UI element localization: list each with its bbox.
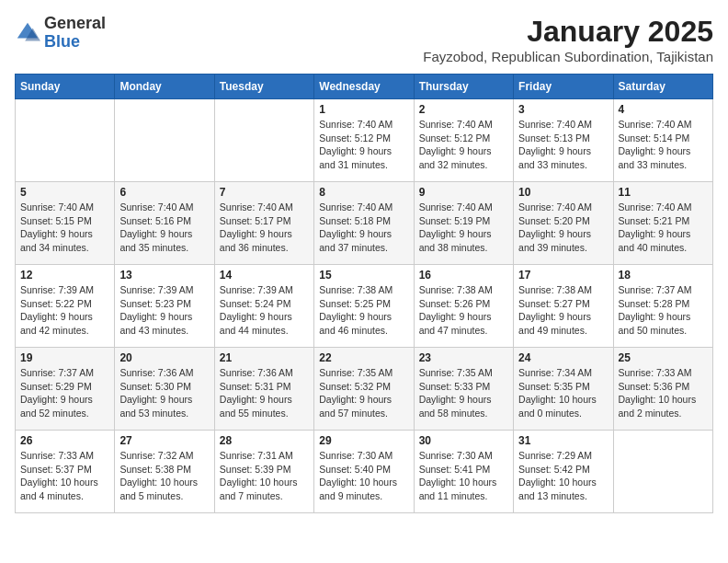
logo-icon — [15, 20, 40, 46]
calendar-week-row: 19Sunrise: 7:37 AM Sunset: 5:29 PM Dayli… — [16, 348, 713, 431]
calendar-day-cell: 29Sunrise: 7:30 AM Sunset: 5:40 PM Dayli… — [314, 431, 414, 513]
calendar-day-cell: 9Sunrise: 7:40 AM Sunset: 5:19 PM Daylig… — [414, 182, 513, 265]
calendar-table: SundayMondayTuesdayWednesdayThursdayFrid… — [15, 74, 713, 513]
day-number: 2 — [419, 103, 508, 116]
calendar-day-cell: 30Sunrise: 7:30 AM Sunset: 5:41 PM Dayli… — [414, 431, 513, 513]
calendar-day-cell: 5Sunrise: 7:40 AM Sunset: 5:15 PM Daylig… — [16, 182, 115, 265]
calendar-day-cell: 26Sunrise: 7:33 AM Sunset: 5:37 PM Dayli… — [16, 431, 115, 513]
logo: General Blue — [15, 15, 106, 52]
calendar-day-cell: 23Sunrise: 7:35 AM Sunset: 5:33 PM Dayli… — [414, 348, 513, 431]
calendar-empty-cell — [214, 99, 313, 182]
day-info: Sunrise: 7:32 AM Sunset: 5:38 PM Dayligh… — [119, 449, 209, 503]
weekday-header-wednesday: Wednesday — [314, 75, 414, 99]
day-info: Sunrise: 7:35 AM Sunset: 5:33 PM Dayligh… — [419, 366, 508, 420]
day-info: Sunrise: 7:36 AM Sunset: 5:30 PM Dayligh… — [119, 366, 209, 420]
day-info: Sunrise: 7:40 AM Sunset: 5:19 PM Dayligh… — [419, 201, 508, 255]
day-number: 12 — [20, 269, 109, 282]
day-info: Sunrise: 7:40 AM Sunset: 5:13 PM Dayligh… — [518, 118, 608, 172]
logo-blue-text: Blue — [44, 33, 106, 52]
calendar-day-cell: 18Sunrise: 7:37 AM Sunset: 5:28 PM Dayli… — [613, 265, 712, 348]
day-number: 22 — [319, 351, 408, 364]
day-number: 5 — [20, 186, 109, 199]
calendar-title: January 2025 — [423, 15, 713, 49]
calendar-day-cell: 13Sunrise: 7:39 AM Sunset: 5:23 PM Dayli… — [115, 265, 214, 348]
day-info: Sunrise: 7:36 AM Sunset: 5:31 PM Dayligh… — [220, 366, 309, 420]
day-info: Sunrise: 7:40 AM Sunset: 5:12 PM Dayligh… — [419, 118, 508, 172]
calendar-day-cell: 19Sunrise: 7:37 AM Sunset: 5:29 PM Dayli… — [16, 348, 115, 431]
day-info: Sunrise: 7:38 AM Sunset: 5:26 PM Dayligh… — [419, 283, 508, 338]
day-info: Sunrise: 7:40 AM Sunset: 5:21 PM Dayligh… — [619, 201, 708, 255]
day-info: Sunrise: 7:40 AM Sunset: 5:12 PM Dayligh… — [319, 118, 408, 172]
day-info: Sunrise: 7:37 AM Sunset: 5:28 PM Dayligh… — [619, 283, 708, 338]
day-number: 31 — [518, 434, 608, 447]
calendar-day-cell: 8Sunrise: 7:40 AM Sunset: 5:18 PM Daylig… — [314, 182, 414, 265]
calendar-empty-cell — [613, 431, 712, 513]
calendar-day-cell: 28Sunrise: 7:31 AM Sunset: 5:39 PM Dayli… — [214, 431, 313, 513]
day-number: 29 — [319, 434, 408, 447]
calendar-week-row: 26Sunrise: 7:33 AM Sunset: 5:37 PM Dayli… — [16, 431, 713, 513]
calendar-day-cell: 11Sunrise: 7:40 AM Sunset: 5:21 PM Dayli… — [613, 182, 712, 265]
day-info: Sunrise: 7:30 AM Sunset: 5:41 PM Dayligh… — [419, 449, 508, 503]
day-info: Sunrise: 7:39 AM Sunset: 5:23 PM Dayligh… — [119, 283, 209, 338]
day-number: 20 — [119, 351, 209, 364]
day-number: 30 — [419, 434, 508, 447]
title-block: January 2025 Fayzobod, Republican Subord… — [423, 15, 713, 64]
calendar-day-cell: 4Sunrise: 7:40 AM Sunset: 5:14 PM Daylig… — [613, 99, 712, 182]
weekday-header-thursday: Thursday — [414, 75, 513, 99]
day-number: 17 — [518, 269, 608, 282]
calendar-day-cell: 10Sunrise: 7:40 AM Sunset: 5:20 PM Dayli… — [514, 182, 613, 265]
day-number: 14 — [220, 269, 309, 282]
day-number: 6 — [119, 186, 209, 199]
weekday-header-row: SundayMondayTuesdayWednesdayThursdayFrid… — [16, 75, 713, 99]
day-info: Sunrise: 7:29 AM Sunset: 5:42 PM Dayligh… — [518, 449, 608, 503]
calendar-day-cell: 2Sunrise: 7:40 AM Sunset: 5:12 PM Daylig… — [414, 99, 513, 182]
calendar-day-cell: 22Sunrise: 7:35 AM Sunset: 5:32 PM Dayli… — [314, 348, 414, 431]
day-number: 15 — [319, 269, 408, 282]
day-number: 21 — [220, 351, 309, 364]
calendar-day-cell: 16Sunrise: 7:38 AM Sunset: 5:26 PM Dayli… — [414, 265, 513, 348]
day-number: 1 — [319, 103, 408, 116]
calendar-day-cell: 6Sunrise: 7:40 AM Sunset: 5:16 PM Daylig… — [115, 182, 214, 265]
day-info: Sunrise: 7:37 AM Sunset: 5:29 PM Dayligh… — [20, 366, 109, 420]
day-number: 16 — [419, 269, 508, 282]
day-info: Sunrise: 7:30 AM Sunset: 5:40 PM Dayligh… — [319, 449, 408, 503]
day-info: Sunrise: 7:40 AM Sunset: 5:16 PM Dayligh… — [119, 201, 209, 255]
day-info: Sunrise: 7:40 AM Sunset: 5:17 PM Dayligh… — [220, 201, 309, 255]
logo-general-text: General — [44, 15, 106, 33]
day-info: Sunrise: 7:33 AM Sunset: 5:37 PM Dayligh… — [20, 449, 109, 503]
calendar-week-row: 12Sunrise: 7:39 AM Sunset: 5:22 PM Dayli… — [16, 265, 713, 348]
day-info: Sunrise: 7:31 AM Sunset: 5:39 PM Dayligh… — [220, 449, 309, 503]
day-number: 24 — [518, 351, 608, 364]
day-info: Sunrise: 7:40 AM Sunset: 5:14 PM Dayligh… — [619, 118, 708, 172]
calendar-day-cell: 27Sunrise: 7:32 AM Sunset: 5:38 PM Dayli… — [115, 431, 214, 513]
day-number: 8 — [319, 186, 408, 199]
day-info: Sunrise: 7:38 AM Sunset: 5:27 PM Dayligh… — [518, 283, 608, 338]
day-info: Sunrise: 7:38 AM Sunset: 5:25 PM Dayligh… — [319, 283, 408, 338]
calendar-day-cell: 20Sunrise: 7:36 AM Sunset: 5:30 PM Dayli… — [115, 348, 214, 431]
day-number: 11 — [619, 186, 708, 199]
day-info: Sunrise: 7:39 AM Sunset: 5:22 PM Dayligh… — [20, 283, 109, 338]
day-info: Sunrise: 7:40 AM Sunset: 5:20 PM Dayligh… — [518, 201, 608, 255]
calendar-day-cell: 17Sunrise: 7:38 AM Sunset: 5:27 PM Dayli… — [514, 265, 613, 348]
page-header: General Blue January 2025 Fayzobod, Repu… — [15, 15, 713, 64]
calendar-day-cell: 3Sunrise: 7:40 AM Sunset: 5:13 PM Daylig… — [514, 99, 613, 182]
calendar-empty-cell — [16, 99, 115, 182]
calendar-week-row: 1Sunrise: 7:40 AM Sunset: 5:12 PM Daylig… — [16, 99, 713, 182]
day-info: Sunrise: 7:33 AM Sunset: 5:36 PM Dayligh… — [619, 366, 708, 420]
calendar-day-cell: 15Sunrise: 7:38 AM Sunset: 5:25 PM Dayli… — [314, 265, 414, 348]
calendar-day-cell: 12Sunrise: 7:39 AM Sunset: 5:22 PM Dayli… — [16, 265, 115, 348]
calendar-empty-cell — [115, 99, 214, 182]
weekday-header-sunday: Sunday — [16, 75, 115, 99]
day-number: 10 — [518, 186, 608, 199]
calendar-day-cell: 24Sunrise: 7:34 AM Sunset: 5:35 PM Dayli… — [514, 348, 613, 431]
weekday-header-tuesday: Tuesday — [214, 75, 313, 99]
weekday-header-friday: Friday — [514, 75, 613, 99]
weekday-header-saturday: Saturday — [613, 75, 712, 99]
day-info: Sunrise: 7:40 AM Sunset: 5:18 PM Dayligh… — [319, 201, 408, 255]
day-number: 18 — [619, 269, 708, 282]
day-number: 9 — [419, 186, 508, 199]
day-number: 4 — [619, 103, 708, 116]
day-number: 7 — [220, 186, 309, 199]
day-info: Sunrise: 7:34 AM Sunset: 5:35 PM Dayligh… — [518, 366, 608, 420]
day-info: Sunrise: 7:39 AM Sunset: 5:24 PM Dayligh… — [220, 283, 309, 338]
